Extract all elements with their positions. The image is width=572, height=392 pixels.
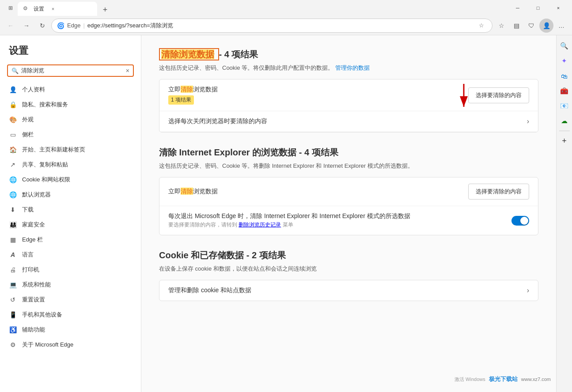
minimize-button[interactable]: ─ xyxy=(508,0,528,16)
sidebar-item-privacy[interactable]: 🔒 隐私、搜索和服务 xyxy=(0,97,141,112)
card-row-immediate: 立即清除浏览数据 1 项结果 选择要清除的内容 xyxy=(159,79,538,111)
sidebar-item-label: 共享、复制和粘贴 xyxy=(22,161,68,169)
sidebar-item-mobile[interactable]: 📱 手机和其他设备 xyxy=(0,307,141,322)
edge-logo-icon: 🌀 xyxy=(57,22,64,29)
sidebar-item-language[interactable]: A 语言 xyxy=(0,247,141,262)
window-tab-icon: ⊞ xyxy=(4,1,18,15)
right-sidebar: 🔍 ✦ 🛍 🧰 📧 ☁ + xyxy=(556,35,572,392)
sidebar-item-label: 语言 xyxy=(22,251,34,259)
delete-history-link[interactable]: 删除浏览历史记录 xyxy=(239,222,281,228)
sidebar-add-button[interactable]: + xyxy=(557,134,572,148)
sidebar-item-accessibility[interactable]: ♿ 辅助功能 xyxy=(0,322,141,337)
address-bar[interactable]: 🌀 Edge | edge://settings/?search=清除浏览 ☆ xyxy=(51,19,492,33)
home-icon: 🏠 xyxy=(9,146,17,154)
profile-nav-icon: 👤 xyxy=(9,86,17,94)
card-row-title-highlight: 清除 xyxy=(181,86,193,93)
tab-close-button[interactable]: × xyxy=(49,5,57,12)
sidebar-item-label: 重置设置 xyxy=(22,296,45,304)
sidebar-item-profile[interactable]: 👤 个人资料 xyxy=(0,82,141,97)
sidebar-item-label: 侧栏 xyxy=(22,131,34,139)
sidebar-item-cookies[interactable]: 🌐 Cookie 和网站权限 xyxy=(0,172,141,187)
add-icon: + xyxy=(562,136,567,146)
back-button[interactable]: ← xyxy=(4,19,18,33)
sidebar-ai-button[interactable]: ✦ xyxy=(557,54,572,68)
download-icon: ⬇ xyxy=(9,206,17,214)
chevron-right-icon: › xyxy=(527,117,529,125)
ie-subtitle-suffix: 菜单 xyxy=(283,222,293,228)
card-row-title-suffix: 浏览数据 xyxy=(193,86,218,93)
sidebar-item-label: 系统和性能 xyxy=(22,281,51,289)
ie-title-prefix: 立即 xyxy=(168,188,181,195)
sidebar-cloud-button[interactable]: ☁ xyxy=(557,114,572,128)
chevron-right-icon2: › xyxy=(527,286,529,294)
lock-icon: 🔒 xyxy=(9,101,17,109)
ie-choose-clear-button[interactable]: 选择要清除的内容 xyxy=(468,184,529,200)
sidebar-item-sidebar[interactable]: ▭ 侧栏 xyxy=(0,127,141,142)
favorites-button[interactable]: ☆ xyxy=(494,19,508,33)
choose-clear-button[interactable]: 选择要清除的内容 xyxy=(468,87,529,103)
ie-auto-clear-toggle[interactable] xyxy=(511,216,529,226)
sidebar-item-reset[interactable]: ↺ 重置设置 xyxy=(0,292,141,307)
more-icon: … xyxy=(558,22,564,29)
sidebar-item-family[interactable]: 👨‍👩‍👧 家庭安全 xyxy=(0,217,141,232)
sidebar-item-printer[interactable]: 🖨 打印机 xyxy=(0,262,141,277)
sidebar-item-system[interactable]: 💻 系统和性能 xyxy=(0,277,141,292)
profile-button[interactable]: 👤 xyxy=(539,19,553,33)
sidebar-item-default-browser[interactable]: 🌐 默认浏览器 xyxy=(0,187,141,202)
sidebar-search-button[interactable]: 🔍 xyxy=(557,39,572,53)
refresh-button[interactable]: ↻ xyxy=(35,19,49,33)
sidebar-item-label: Cookie 和网站权限 xyxy=(22,176,70,184)
sidebar-shop-button[interactable]: 🛍 xyxy=(557,69,572,83)
search-box[interactable]: 🔍 × xyxy=(7,64,134,77)
edge-label: Edge xyxy=(67,22,80,29)
sidebar-item-label: 辅助功能 xyxy=(22,326,45,334)
card-ie-row2-subtitle: 要选择要清除的内容，请转到 删除浏览历史记录 菜单 xyxy=(168,221,410,229)
favorite-icon[interactable]: ☆ xyxy=(476,20,487,31)
sidebar-item-label: Edge 栏 xyxy=(22,236,43,244)
sidebar-item-label: 关于 Microsoft Edge xyxy=(22,341,73,349)
sidebar-icon: ▭ xyxy=(9,131,17,139)
card-ie-row2-title: 每次退出 Microsoft Edge 时，清除 Internet Explor… xyxy=(168,212,410,220)
cloud-icon: ☁ xyxy=(561,117,568,125)
card-row-title-prefix: 立即 xyxy=(168,86,181,93)
sidebar-item-appearance[interactable]: 🎨 外观 xyxy=(0,112,141,127)
section1-title-highlight: 清除浏览数据 xyxy=(161,49,214,59)
menu-button[interactable]: … xyxy=(554,19,568,33)
address-separator: | xyxy=(83,22,84,29)
maximize-button[interactable]: □ xyxy=(528,0,548,16)
tab-bar: ⚙ 设置 × + xyxy=(18,0,508,16)
manage-data-link[interactable]: 管理你的数据 xyxy=(335,64,370,71)
card-cookies-row1[interactable]: 管理和删除 cookie 和站点数据 › xyxy=(159,280,538,301)
card-row-auto-title: 选择每次关闭浏览器时要清除的内容 xyxy=(168,117,267,125)
settings-tab[interactable]: ⚙ 设置 × xyxy=(18,2,97,16)
sidebar-item-label: 家庭安全 xyxy=(22,221,45,229)
back-icon: ← xyxy=(8,22,14,29)
sidebar-tools-button[interactable]: 🧰 xyxy=(557,84,572,98)
tools-icon: 🧰 xyxy=(560,87,568,95)
section3-desc-text: 在设备上保存 cookie 和数据，以便在站点和会话之间连续浏览 xyxy=(159,265,317,272)
watermark: 激活 Windows 极光下载站 www.xz7.com xyxy=(455,375,551,383)
sidebar-item-downloads[interactable]: ⬇ 下载 xyxy=(0,202,141,217)
card-ie-row1-left: 立即清除浏览数据 xyxy=(168,188,218,196)
search-clear-icon[interactable]: × xyxy=(126,67,129,74)
browser-essentials-button[interactable]: 🛡 xyxy=(524,19,538,33)
card-clear-now: 立即清除浏览数据 1 项结果 选择要清除的内容 选择每次关闭浏览器时要清除的内容… xyxy=(159,79,538,132)
section3-header: Cookie 和已存储数据 - 2 项结果 xyxy=(159,249,538,261)
collections-button[interactable]: ▤ xyxy=(509,19,523,33)
sidebar-item-edge-bar[interactable]: ▦ Edge 栏 xyxy=(0,232,141,247)
sidebar-item-startup[interactable]: 🏠 开始、主页和新建标签页 xyxy=(0,142,141,157)
close-button[interactable]: × xyxy=(548,0,568,16)
new-tab-button[interactable]: + xyxy=(99,4,111,16)
section1-desc: 这包括历史记录、密码、Cookie 等。将仅删除此用户配置中的数据。 管理你的数… xyxy=(159,64,538,72)
sidebar-outlook-button[interactable]: 📧 xyxy=(557,99,572,113)
forward-button[interactable]: → xyxy=(19,19,34,33)
card-cookies-title: 管理和删除 cookie 和站点数据 xyxy=(168,286,251,294)
settings-tab-label: 设置 xyxy=(34,5,44,13)
sidebar-item-share[interactable]: ↗ 共享、复制和粘贴 xyxy=(0,157,141,172)
cookie-icon: 🌐 xyxy=(9,176,17,184)
card-row-auto-clear[interactable]: 选择每次关闭浏览器时要清除的内容 › xyxy=(159,111,538,132)
sidebar-item-about[interactable]: ⚙ 关于 Microsoft Edge xyxy=(0,337,141,352)
card-row-title: 立即清除浏览数据 xyxy=(168,86,218,94)
search-input[interactable] xyxy=(21,68,123,74)
section3-desc: 在设备上保存 cookie 和数据，以便在站点和会话之间连续浏览 xyxy=(159,265,538,273)
